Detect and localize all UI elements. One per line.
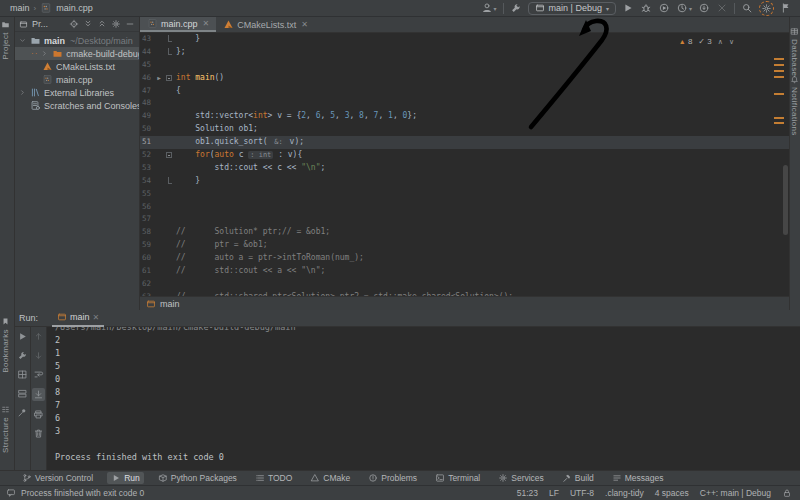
tool-window-button-python-packages[interactable]: Python Packages: [154, 472, 241, 484]
inspections-widget[interactable]: ▲ 8 ✓ 3 ∧ ∨: [679, 37, 734, 46]
tree-item-path-hint: ~/Desktop/main: [70, 36, 133, 46]
scroll-to-end-button[interactable]: [32, 388, 45, 401]
close-icon[interactable]: ✕: [301, 20, 308, 29]
print-button[interactable]: [33, 409, 44, 420]
search-everywhere-button[interactable]: [741, 2, 753, 14]
status-clang-tidy-profile[interactable]: .clang-tidy: [605, 488, 644, 498]
tree-item-cmake-build-debug[interactable]: ··cmake-build-debug···: [15, 47, 139, 60]
status-active-run-config[interactable]: C++: main | Debug: [700, 488, 771, 498]
status-caret-position[interactable]: 51:23: [517, 488, 538, 498]
expand-all-button[interactable]: [83, 19, 93, 29]
fold-marker: [164, 226, 176, 239]
debug-button[interactable]: [640, 2, 652, 14]
tree-item-external-libraries[interactable]: External Libraries: [15, 86, 139, 99]
run-content-tab-bar[interactable]: main: [140, 296, 789, 310]
attach-to-process-icon: [698, 2, 710, 14]
user-menu-button[interactable]: ▾: [481, 2, 497, 14]
tool-window-button-messages[interactable]: Messages: [608, 472, 668, 484]
tree-item-main[interactable]: main~/Desktop/main: [15, 34, 139, 47]
soft-wrap-button[interactable]: [33, 369, 44, 380]
error-stripe-mark[interactable]: [774, 122, 784, 124]
code-editor[interactable]: 43 }44};4546▶int main()47{4849 std::vect…: [140, 33, 789, 296]
typos-count: 3: [707, 37, 711, 46]
tree-item-cmakelists-txt[interactable]: CMakeLists.txt: [15, 60, 139, 73]
stop-button[interactable]: [716, 2, 728, 14]
down-the-stack-trace-button[interactable]: [33, 350, 44, 361]
tool-window-button-build[interactable]: Build: [558, 472, 598, 484]
run-process-tab[interactable]: main ✕: [52, 310, 104, 327]
run-with-coverage-button[interactable]: [658, 2, 670, 14]
chevron-down-icon[interactable]: [19, 37, 27, 44]
tool-window-button-version-control[interactable]: Version Control: [18, 472, 97, 484]
close-icon[interactable]: ✕: [203, 19, 210, 28]
tool-window-button-terminal[interactable]: Terminal: [431, 472, 484, 484]
line-number: 50: [140, 123, 154, 136]
status-line-ending[interactable]: LF: [549, 488, 559, 498]
package-icon: [158, 473, 168, 483]
tree-item-main-cpp[interactable]: main.cpp: [15, 73, 139, 86]
stripe-button-notifications[interactable]: Notifications: [790, 75, 799, 136]
coverage-layout-button[interactable]: [17, 369, 28, 380]
profiler-button[interactable]: ▾: [676, 2, 692, 14]
tool-window-button-run[interactable]: Run: [107, 472, 144, 484]
show-options-button[interactable]: [17, 388, 28, 399]
breadcrumb-file[interactable]: main.cpp: [56, 3, 93, 13]
error-stripe-mark[interactable]: [774, 76, 784, 78]
next-problem-icon[interactable]: ∨: [729, 38, 734, 46]
tool-window-button-todo[interactable]: TODO: [251, 472, 296, 484]
editor-scrollbar[interactable]: [783, 165, 788, 235]
tool-window-button-services[interactable]: Services: [494, 472, 548, 484]
error-stripe-mark[interactable]: [774, 58, 784, 60]
fold-marker[interactable]: [164, 149, 176, 162]
settings-button[interactable]: [759, 1, 774, 16]
fold-marker[interactable]: [164, 33, 176, 46]
error-stripe-mark[interactable]: [774, 93, 784, 95]
chevron-right-icon[interactable]: [19, 89, 27, 96]
tool-window-button-cmake[interactable]: CMake: [306, 472, 354, 484]
collapse-all-button[interactable]: [97, 19, 107, 29]
hide-panel-button[interactable]: [125, 19, 135, 29]
status-file-encoding[interactable]: UTF-8: [570, 488, 594, 498]
breadcrumb-project[interactable]: main: [10, 3, 30, 13]
status-indent-setting[interactable]: 4 spaces: [655, 488, 689, 498]
chevron-right-icon[interactable]: [41, 50, 49, 57]
attach-to-process-button[interactable]: [698, 2, 710, 14]
stripe-button-structure[interactable]: Structure: [1, 405, 10, 453]
run-configuration-dropdown[interactable]: main | Debug ▾: [528, 2, 616, 15]
editor-tab-main-cpp[interactable]: main.cpp✕: [140, 17, 216, 32]
breadcrumb[interactable]: main › main.cpp: [0, 2, 93, 14]
error-stripe-mark[interactable]: [774, 64, 784, 66]
close-icon[interactable]: ✕: [93, 313, 100, 322]
tool-window-button-problems[interactable]: Problems: [364, 472, 421, 484]
bookmarks-button[interactable]: [780, 2, 792, 14]
edit-configuration-button[interactable]: [17, 350, 28, 361]
build-button[interactable]: [510, 2, 522, 14]
project-tree[interactable]: main~/Desktop/main··cmake-build-debug···…: [15, 32, 139, 112]
rerun-button[interactable]: [17, 331, 28, 342]
run-button[interactable]: [622, 2, 634, 14]
fold-marker[interactable]: [164, 175, 176, 188]
error-stripe-mark[interactable]: [774, 117, 784, 119]
editor-tab-cmakelists-txt[interactable]: CMakeLists.txt✕: [216, 17, 315, 32]
options-button[interactable]: [111, 19, 121, 29]
clear-all-button[interactable]: [33, 428, 44, 439]
up-the-stack-trace-button[interactable]: [33, 331, 44, 342]
stripe-button-project[interactable]: Project: [1, 20, 10, 60]
event-log-icon[interactable]: [6, 488, 16, 498]
fold-marker: [164, 252, 176, 265]
run-console[interactable]: /Users/main/Desktop/main/cmake-build-deb…: [47, 327, 800, 470]
fold-marker[interactable]: [164, 46, 176, 59]
tool-window-button-label: Python Packages: [171, 473, 237, 483]
readonly-lock-icon[interactable]: [782, 488, 792, 498]
tree-item-scratches-and-consoles[interactable]: Scratches and Consoles: [15, 99, 139, 112]
fold-marker[interactable]: [164, 72, 176, 85]
error-stripe-mark[interactable]: [774, 70, 784, 72]
locate-file-button[interactable]: [69, 19, 79, 29]
gutter-spacer: [154, 213, 164, 226]
stripe-button-database[interactable]: Database: [790, 27, 799, 76]
run-gutter-icon[interactable]: ▶: [154, 72, 164, 85]
previous-problem-icon[interactable]: ∧: [718, 38, 723, 46]
stripe-button-bookmarks[interactable]: Bookmarks: [1, 317, 10, 373]
code-line-60: 60// auto a = ptr->intToRoman(num_);: [140, 252, 789, 265]
pin-tab-button[interactable]: [17, 407, 28, 418]
